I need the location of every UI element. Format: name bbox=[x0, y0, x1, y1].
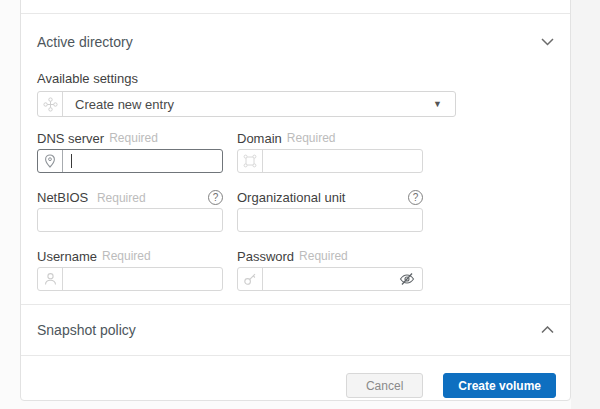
dns-server-field-group: DNS server Required bbox=[37, 131, 223, 173]
username-label: Username bbox=[37, 249, 97, 264]
available-settings-label: Available settings bbox=[37, 71, 554, 86]
username-input[interactable] bbox=[63, 268, 222, 290]
create-volume-form-card: Active directory Available settings Crea… bbox=[20, 0, 571, 401]
required-hint: Required bbox=[287, 131, 336, 145]
dropdown-caret-icon: ▼ bbox=[433, 99, 442, 109]
required-hint: Required bbox=[109, 131, 158, 145]
create-volume-button[interactable]: Create volume bbox=[443, 373, 556, 398]
dns-server-label: DNS server bbox=[37, 131, 104, 146]
snapshot-policy-title: Snapshot policy bbox=[37, 322, 136, 338]
cancel-button[interactable]: Cancel bbox=[346, 373, 423, 398]
dns-server-input[interactable] bbox=[72, 150, 222, 172]
eye-off-icon[interactable] bbox=[399, 272, 415, 286]
username-input-wrap bbox=[37, 267, 223, 291]
available-settings-value: Create new entry bbox=[63, 92, 433, 116]
netbios-input[interactable] bbox=[38, 209, 222, 231]
active-directory-header[interactable]: Active directory bbox=[21, 14, 570, 50]
netbios-label: NetBIOS bbox=[37, 190, 88, 205]
user-icon bbox=[38, 268, 63, 290]
organizational-unit-input-wrap bbox=[237, 208, 423, 232]
password-label: Password bbox=[237, 249, 294, 264]
domain-frame-icon bbox=[238, 150, 263, 172]
netbios-field-group: NetBIOS Required ? bbox=[37, 190, 223, 232]
organizational-unit-help-icon[interactable]: ? bbox=[408, 190, 423, 205]
location-pin-icon bbox=[38, 150, 63, 172]
active-directory-title: Active directory bbox=[37, 34, 133, 50]
domain-label: Domain bbox=[237, 131, 282, 146]
snapshot-policy-header[interactable]: Snapshot policy bbox=[21, 305, 570, 356]
password-field-group: Password Required bbox=[237, 249, 423, 291]
password-input-wrap bbox=[237, 267, 423, 291]
username-field-group: Username Required bbox=[37, 249, 223, 291]
organizational-unit-input[interactable] bbox=[238, 209, 422, 231]
domain-input-wrap bbox=[237, 149, 423, 173]
page-background-panel bbox=[571, 0, 600, 409]
netbios-input-wrap bbox=[37, 208, 223, 232]
previous-section-divider bbox=[21, 0, 570, 14]
required-hint: Required bbox=[299, 249, 348, 263]
directory-cluster-icon bbox=[38, 92, 63, 116]
domain-input[interactable] bbox=[263, 150, 422, 172]
available-settings-select[interactable]: Create new entry ▼ bbox=[37, 91, 456, 117]
dns-server-input-wrap bbox=[37, 149, 223, 173]
domain-field-group: Domain Required bbox=[237, 131, 423, 173]
required-hint: Required bbox=[102, 249, 151, 263]
netbios-help-icon[interactable]: ? bbox=[208, 190, 223, 205]
chevron-down-icon[interactable] bbox=[541, 38, 554, 46]
organizational-unit-field-group: Organizational unit ? bbox=[237, 190, 423, 232]
key-icon bbox=[238, 268, 263, 290]
password-input[interactable] bbox=[263, 268, 399, 290]
required-hint: Required bbox=[97, 191, 146, 205]
organizational-unit-label: Organizational unit bbox=[237, 190, 345, 205]
chevron-up-icon[interactable] bbox=[541, 326, 554, 334]
form-footer: Cancel Create volume bbox=[21, 356, 570, 398]
